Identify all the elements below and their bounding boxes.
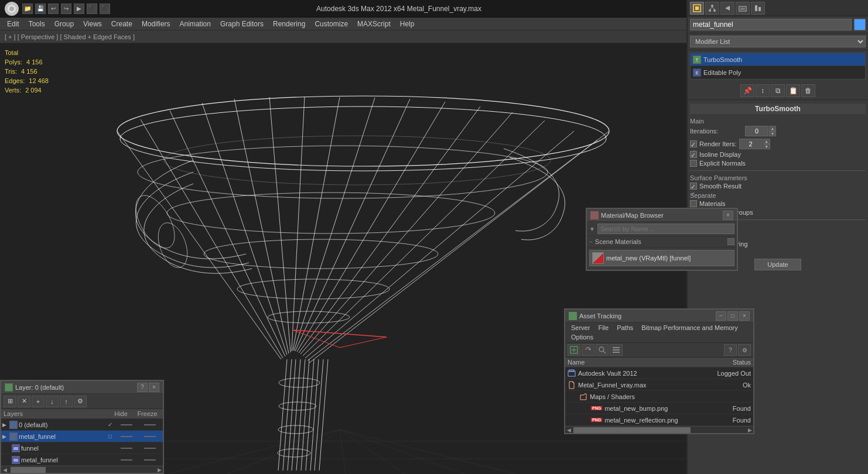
asset-row-max-file[interactable]: Metal_Funnel_vray.max Ok <box>565 379 753 391</box>
panel-icon-utilities[interactable] <box>751 2 765 15</box>
material-close-btn[interactable]: × <box>723 211 733 220</box>
layer-row-metal-funnel-obj[interactable]: metal_funnel <box>1 454 163 466</box>
panel-icon-display[interactable] <box>736 2 750 15</box>
asset-scroll-left[interactable]: ◀ <box>565 427 572 433</box>
layers-scroll-right[interactable]: ▶ <box>156 467 163 473</box>
menu-help[interactable]: Help <box>395 19 419 29</box>
layer-tool-move-up[interactable]: ↑ <box>60 396 73 407</box>
menu-maxscript[interactable]: MAXScript <box>353 19 395 29</box>
layers-scroll-thumb[interactable] <box>11 467 46 473</box>
undo-icon[interactable]: ↩ <box>48 4 59 14</box>
layer-row-funnel[interactable]: funnel <box>1 442 163 454</box>
material-search-input[interactable] <box>597 224 734 234</box>
layers-scrollbar[interactable]: ◀ ▶ <box>1 466 163 473</box>
render2-icon[interactable]: ⬛ <box>87 4 97 14</box>
asset-menu-paths[interactable]: Paths <box>613 324 637 332</box>
open-icon[interactable]: 📁 <box>22 4 33 14</box>
asset-tool-list[interactable] <box>610 344 623 356</box>
panel-icon-motion[interactable] <box>720 2 734 15</box>
modifier-item-editable-poly[interactable]: E Editable Poly <box>691 66 865 79</box>
menu-edit[interactable]: Edit <box>2 19 24 29</box>
svg-point-78 <box>592 212 597 218</box>
asset-tool-settings[interactable]: ⚙ <box>738 344 751 356</box>
layer-tool-delete[interactable]: ✕ <box>18 396 30 407</box>
ts-iterations-input[interactable] <box>745 126 768 136</box>
layer-icon-funnel <box>12 444 20 452</box>
menu-animation[interactable]: Animation <box>175 19 216 29</box>
panel-icon-modify[interactable] <box>690 2 704 15</box>
ts-iterations-down[interactable]: ▼ <box>769 131 776 136</box>
asset-menu-bitmap[interactable]: Bitmap Performance and Memory <box>638 324 741 332</box>
ts-render-iters-input[interactable] <box>739 139 763 149</box>
menu-tools[interactable]: Tools <box>24 19 50 29</box>
layer-tool-move-down[interactable]: ↓ <box>46 396 59 407</box>
pin-btn[interactable]: 📌 <box>740 84 754 97</box>
ts-smooth-result-check[interactable]: ✓ <box>690 183 697 190</box>
layers-scroll-left[interactable]: ◀ <box>1 467 8 473</box>
modifier-item-turbosmooth[interactable]: T TurboSmooth <box>691 53 865 66</box>
layer-tool-add[interactable]: + <box>32 396 45 407</box>
asset-scrollbar-h[interactable]: ◀ ▶ <box>565 426 753 433</box>
asset-menu-server[interactable]: Server <box>568 324 593 332</box>
asset-scroll-thumb[interactable] <box>573 427 691 433</box>
ts-render-iters-up[interactable]: ▲ <box>763 139 770 144</box>
asset-row-reflection[interactable]: PNG metal_new_reflection.png Found <box>565 414 753 426</box>
asset-refl-png-badge: PNG <box>591 418 602 422</box>
layer-hide-funnel <box>115 448 138 449</box>
asset-refl-status: Found <box>704 417 751 424</box>
material-color-preview <box>592 252 604 264</box>
menu-group[interactable]: Group <box>50 19 78 29</box>
layer-tool-select[interactable]: ⊞ <box>4 396 16 407</box>
menu-graph-editors[interactable]: Graph Editors <box>216 19 268 29</box>
menu-create[interactable]: Create <box>107 19 137 29</box>
asset-menu-options[interactable]: Options <box>568 333 597 341</box>
menu-modifiers[interactable]: Modifiers <box>137 19 175 29</box>
editablepoly-icon: E <box>693 68 701 77</box>
material-item-0[interactable]: metal_new (VRayMtl) [funnel] <box>589 250 734 266</box>
asset-row-bump[interactable]: PNG metal_new_bump.png Found <box>565 403 753 414</box>
modifier-list-dropdown[interactable]: Modifier List <box>690 36 866 47</box>
object-color-swatch[interactable] <box>854 19 866 30</box>
asset-close-btn[interactable]: × <box>739 311 750 321</box>
asset-tool-add[interactable] <box>568 344 580 356</box>
render-icon[interactable]: ▶ <box>74 4 84 14</box>
copy-btn[interactable]: ⧉ <box>771 84 785 97</box>
save-icon[interactable]: 💾 <box>35 4 46 14</box>
ts-isoline-check[interactable]: ✓ <box>690 151 697 158</box>
material-browser-title: Material/Map Browser <box>601 212 664 219</box>
trash-btn[interactable]: 🗑 <box>801 84 815 97</box>
menu-views[interactable]: Views <box>78 19 107 29</box>
panel-icon-hierarchy[interactable] <box>705 2 719 15</box>
layer-tool-settings[interactable]: ⚙ <box>74 396 87 407</box>
asset-tool-help[interactable]: ? <box>724 344 737 356</box>
asset-tool-refresh[interactable] <box>582 344 594 356</box>
asset-scroll-right[interactable]: ▶ <box>746 427 753 433</box>
asset-menu-file[interactable]: File <box>594 324 612 332</box>
ts-iterations-up[interactable]: ▲ <box>769 126 776 131</box>
total-label: Total <box>5 48 49 57</box>
ts-render-iters-check[interactable]: ✓ <box>690 140 697 147</box>
asset-row-maps[interactable]: Maps / Shaders <box>565 391 753 403</box>
asset-row-vault[interactable]: Autodesk Vault 2012 Logged Out <box>565 367 753 379</box>
ts-materials-check[interactable] <box>690 200 697 207</box>
layer-row-metal-funnel[interactable]: ▶ metal_funnel □ <box>1 431 163 442</box>
asset-tool-search[interactable] <box>596 344 609 356</box>
asset-minimize-btn[interactable]: − <box>716 311 726 321</box>
app-logo <box>5 2 19 16</box>
layers-help-btn[interactable]: ? <box>137 383 148 392</box>
ts-explicit-check[interactable] <box>690 160 697 167</box>
ts-update-btn[interactable]: Update <box>754 259 801 270</box>
menu-rendering[interactable]: Rendering <box>268 19 310 29</box>
menu-customize[interactable]: Customize <box>310 19 353 29</box>
redo-icon[interactable]: ↪ <box>61 4 71 14</box>
move-btn[interactable]: ↕ <box>756 84 770 97</box>
object-name-input[interactable] <box>690 19 852 30</box>
render3-icon[interactable]: ⬛ <box>100 4 110 14</box>
mat-section-scroll[interactable] <box>727 238 734 245</box>
ts-render-iters-down[interactable]: ▼ <box>763 144 770 149</box>
paste-btn[interactable]: 📋 <box>786 84 800 97</box>
layer-row-default[interactable]: ▶ 0 (default) ✓ <box>1 419 163 431</box>
ts-explicit-row: Explicit Normals <box>690 160 866 167</box>
layers-close-btn[interactable]: × <box>149 383 159 392</box>
asset-maximize-btn[interactable]: □ <box>727 311 738 321</box>
